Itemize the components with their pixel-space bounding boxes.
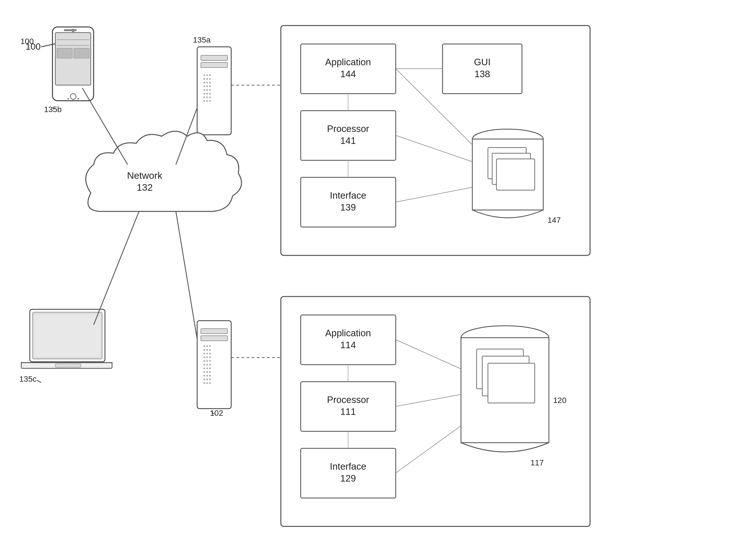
svg-point-23 [203, 78, 205, 80]
svg-text:120: 120 [553, 396, 567, 405]
svg-text:117: 117 [530, 458, 544, 467]
svg-point-20 [203, 74, 205, 76]
svg-rect-110 [472, 139, 543, 210]
svg-point-8 [72, 29, 75, 32]
svg-rect-19 [201, 72, 228, 89]
svg-point-56 [206, 345, 208, 347]
svg-text:138: 138 [474, 69, 490, 79]
svg-text:Processor: Processor [327, 123, 369, 134]
ref-100-label: 100 [20, 37, 34, 46]
svg-text:GUI: GUI [474, 57, 491, 67]
network-label: Network [127, 170, 163, 181]
svg-point-35 [203, 93, 205, 94]
svg-line-1 [41, 43, 61, 47]
svg-rect-6 [57, 48, 72, 58]
svg-text:102: 102 [210, 409, 223, 418]
svg-line-93 [176, 211, 197, 339]
svg-text:144: 144 [340, 69, 356, 79]
svg-point-10 [70, 94, 76, 99]
svg-point-87 [209, 382, 211, 384]
svg-line-90 [82, 88, 128, 164]
svg-rect-125 [301, 382, 396, 431]
svg-point-83 [206, 379, 208, 380]
svg-point-37 [209, 93, 211, 94]
svg-point-62 [206, 353, 208, 355]
svg-rect-128 [301, 448, 396, 498]
svg-text:Application: Application [325, 57, 371, 67]
svg-point-78 [209, 371, 211, 373]
svg-rect-2 [52, 27, 94, 101]
svg-point-65 [206, 357, 208, 358]
svg-point-77 [206, 371, 208, 373]
svg-rect-9 [64, 29, 77, 31]
svg-rect-18 [201, 62, 228, 67]
svg-rect-134 [482, 356, 529, 396]
svg-text:141: 141 [340, 135, 356, 146]
svg-point-63 [209, 353, 211, 355]
svg-rect-53 [201, 329, 228, 334]
svg-text:135b: 135b [44, 105, 62, 114]
svg-rect-7 [74, 48, 89, 58]
svg-point-25 [209, 78, 211, 80]
svg-rect-3 [55, 33, 91, 85]
svg-rect-16 [197, 47, 231, 135]
svg-point-131 [461, 326, 549, 350]
svg-point-81 [209, 375, 211, 377]
svg-point-22 [209, 74, 211, 76]
svg-rect-100 [301, 111, 396, 160]
svg-rect-17 [201, 55, 228, 60]
svg-line-118 [396, 187, 472, 202]
svg-point-36 [206, 93, 208, 94]
svg-rect-132 [461, 338, 549, 443]
svg-point-69 [209, 360, 211, 362]
svg-line-92 [94, 211, 139, 325]
svg-point-76 [203, 371, 205, 373]
svg-line-140 [396, 426, 461, 473]
svg-rect-97 [301, 44, 396, 94]
svg-text:147: 147 [547, 216, 561, 224]
svg-line-117 [396, 135, 472, 162]
svg-point-109 [472, 129, 543, 149]
svg-text:139: 139 [340, 202, 356, 212]
svg-line-138 [396, 340, 461, 369]
svg-point-13 [77, 98, 79, 100]
svg-text:135c: 135c [19, 375, 37, 383]
svg-point-21 [206, 74, 208, 76]
svg-point-86 [206, 382, 208, 384]
svg-point-73 [203, 368, 205, 369]
svg-rect-135 [488, 363, 535, 403]
svg-rect-54 [201, 336, 228, 341]
svg-point-39 [206, 96, 208, 98]
svg-rect-52 [197, 321, 231, 409]
svg-point-66 [209, 357, 211, 358]
svg-point-55 [203, 345, 205, 347]
svg-text:129: 129 [340, 473, 356, 484]
network-number: 132 [137, 182, 153, 193]
svg-point-79 [203, 375, 205, 377]
svg-point-68 [206, 360, 208, 362]
svg-point-24 [206, 78, 208, 80]
svg-text:111: 111 [340, 406, 356, 417]
svg-text:Processor: Processor [327, 395, 369, 405]
svg-text:Application: Application [325, 328, 371, 338]
svg-rect-113 [496, 159, 535, 190]
svg-line-116 [396, 69, 472, 145]
svg-rect-122 [301, 315, 396, 365]
svg-point-43 [209, 100, 211, 102]
svg-point-82 [203, 379, 205, 380]
svg-rect-49 [55, 364, 81, 367]
svg-point-26 [203, 82, 205, 83]
svg-point-11 [67, 98, 69, 100]
svg-rect-133 [477, 349, 523, 389]
svg-point-30 [206, 85, 208, 87]
svg-line-89 [211, 412, 214, 414]
svg-point-57 [209, 345, 211, 347]
svg-text:114: 114 [340, 340, 356, 350]
svg-text:Interface: Interface [330, 190, 366, 201]
svg-point-74 [206, 368, 208, 369]
svg-rect-47 [34, 315, 101, 357]
svg-point-28 [209, 82, 211, 83]
svg-point-12 [72, 99, 74, 101]
svg-point-80 [206, 375, 208, 377]
svg-point-67 [203, 360, 205, 362]
